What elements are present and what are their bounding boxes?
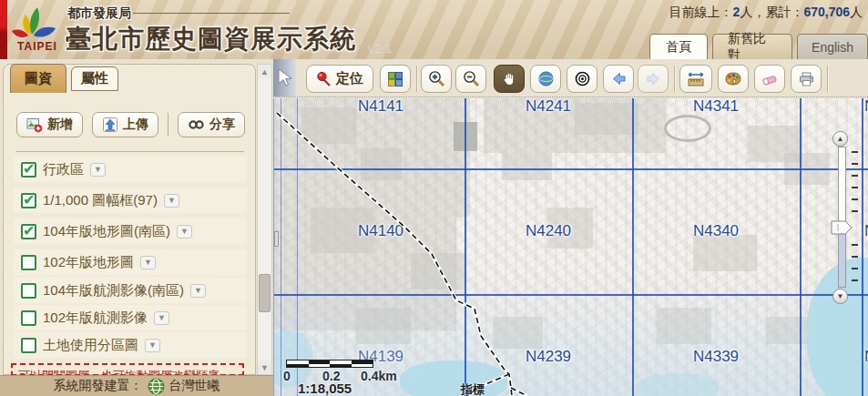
poi-label: 指標 bbox=[461, 381, 485, 396]
layer-checkbox-checked[interactable]: ✔ bbox=[21, 162, 36, 178]
layer-dropdown-button[interactable]: ▼ bbox=[140, 256, 156, 269]
zoom-slider-handle[interactable] bbox=[831, 220, 853, 239]
tile-layout-button[interactable] bbox=[380, 65, 411, 93]
layer-dropdown-button[interactable]: ▼ bbox=[154, 311, 169, 325]
taipei-logo-text: TAIPEI bbox=[10, 40, 65, 53]
zoom-in-button[interactable] bbox=[421, 65, 452, 93]
tab-compare[interactable]: 新舊比對 bbox=[712, 34, 792, 59]
layer-row: ✔ 1/1,000 圖幅框(97) ▼ bbox=[14, 188, 247, 213]
layer-hint: 可以開關圖層，也可拖動圖層改變順序 bbox=[11, 363, 244, 376]
layer-actions: 新增 上傳 分享 bbox=[16, 112, 245, 137]
agency-divider bbox=[133, 13, 290, 14]
layer-dropdown-button[interactable]: ▼ bbox=[164, 194, 179, 208]
panel-divider bbox=[16, 151, 244, 152]
zoom-slider-fill bbox=[839, 232, 845, 287]
developer-company: 台灣世曦 bbox=[169, 378, 220, 394]
scale-label-end: 0.4km bbox=[361, 369, 397, 383]
panel-collapse-grip[interactable] bbox=[274, 231, 279, 247]
slider-zoom-out-icon[interactable]: ▼ bbox=[832, 289, 848, 304]
print-button[interactable] bbox=[791, 65, 822, 93]
scale-ratio: 1:18,055 bbox=[298, 381, 352, 396]
upload-layer-button[interactable]: 上傳 bbox=[92, 112, 158, 137]
zoom-in-icon bbox=[428, 70, 445, 87]
developer-label: 系統開發建置： bbox=[54, 378, 143, 394]
pan-button[interactable] bbox=[494, 65, 525, 93]
palette-icon bbox=[724, 71, 742, 87]
full-extent-button[interactable] bbox=[530, 65, 561, 93]
layer-checkbox-unchecked[interactable] bbox=[21, 255, 36, 270]
layer-row: 104年版航測影像(南區) ▼ bbox=[14, 278, 247, 303]
measure-ruler-icon bbox=[687, 71, 705, 87]
layer-checkbox-unchecked[interactable] bbox=[21, 283, 36, 299]
upload-icon bbox=[102, 117, 118, 133]
zoom-out-button[interactable] bbox=[455, 65, 486, 93]
back-arrow-icon bbox=[610, 70, 628, 87]
zoom-slider-track[interactable] bbox=[838, 147, 846, 288]
collapse-sidebar-button[interactable] bbox=[273, 59, 296, 96]
cursor-arrow-icon bbox=[275, 67, 295, 89]
tab-home[interactable]: 首頁 bbox=[649, 34, 708, 59]
layer-row: 102年版地形圖 ▼ bbox=[14, 249, 247, 275]
erase-button[interactable] bbox=[754, 65, 785, 93]
printer-icon bbox=[798, 71, 815, 87]
toolbar-divider bbox=[674, 66, 675, 92]
forward-button[interactable] bbox=[638, 65, 669, 93]
share-link-icon bbox=[188, 117, 205, 132]
layer-checkbox-checked[interactable]: ✔ bbox=[21, 193, 36, 208]
globe-company-icon bbox=[148, 378, 165, 395]
sidebar-scrollbar[interactable]: ▲ ▼ bbox=[257, 64, 272, 375]
add-image-icon bbox=[26, 117, 43, 133]
eraser-icon bbox=[761, 71, 779, 87]
agency-name: 都市發展局 bbox=[67, 5, 131, 22]
hand-pan-icon bbox=[501, 71, 517, 87]
layer-dropdown-button[interactable]: ▼ bbox=[90, 163, 106, 177]
tab-layers[interactable]: 圖資 bbox=[10, 64, 66, 93]
map-canvas[interactable]: N4141 N4241 N4341 N4140 N4240 N4340 N413… bbox=[273, 98, 868, 396]
draw-button[interactable] bbox=[718, 65, 749, 93]
taipei-logo: TAIPEI bbox=[10, 4, 63, 56]
header-left-accent bbox=[0, 0, 7, 59]
crosshair-icon bbox=[574, 70, 591, 87]
toolbar-divider bbox=[416, 66, 417, 92]
layer-checkbox-unchecked[interactable] bbox=[21, 338, 36, 353]
scale-bar bbox=[286, 360, 373, 368]
back-button[interactable] bbox=[603, 65, 634, 93]
layer-row: ✔ 行政區 ▼ bbox=[14, 157, 247, 182]
scrollbar-down-icon[interactable]: ▼ bbox=[258, 360, 271, 374]
tab-attributes[interactable]: 屬性 bbox=[71, 66, 118, 91]
layer-row: 102年版航測影像 ▼ bbox=[14, 305, 247, 330]
layer-checkbox-checked[interactable]: ✔ bbox=[21, 224, 36, 239]
zoom-out-icon bbox=[463, 70, 480, 87]
sidebar-footer: 系統開發建置： 台灣世曦 bbox=[0, 375, 273, 396]
measure-button[interactable] bbox=[679, 65, 712, 93]
page-title: 臺北市歷史圖資展示系統 bbox=[66, 22, 356, 56]
slider-zoom-in-icon[interactable]: ▲ bbox=[832, 131, 848, 147]
sidebar: 圖資 屬性 新增 bbox=[0, 59, 273, 396]
forward-arrow-icon bbox=[645, 70, 662, 87]
layer-checkbox-unchecked[interactable] bbox=[21, 310, 36, 326]
layer-row: 土地使用分區圖 ▼ bbox=[14, 332, 247, 358]
tiles-icon bbox=[387, 71, 403, 87]
scrollbar-up-icon[interactable]: ▲ bbox=[258, 65, 271, 78]
layer-dropdown-button[interactable]: ▼ bbox=[190, 284, 206, 298]
actions-divider bbox=[168, 113, 168, 137]
header: TAIPEI 都市發展局 臺北市歷史圖資展示系統 v2.1 目前線上：2人，累計… bbox=[0, 0, 868, 59]
add-layer-button[interactable]: 新增 bbox=[16, 112, 83, 137]
center-locate-button[interactable] bbox=[567, 65, 597, 93]
share-layer-button[interactable]: 分享 bbox=[178, 112, 245, 137]
district-boundary-line bbox=[274, 98, 868, 396]
pushpin-icon bbox=[316, 71, 332, 87]
locate-button[interactable]: 定位 bbox=[306, 65, 373, 93]
layer-dropdown-button[interactable]: ▼ bbox=[145, 339, 160, 352]
scale-label-start: 0 bbox=[283, 369, 291, 383]
layer-row: ✔ 104年版地形圖(南區) ▼ bbox=[14, 218, 247, 244]
tab-english[interactable]: English bbox=[797, 34, 868, 59]
map-toolbar: 定位 bbox=[273, 59, 868, 97]
layers-panel: 圖資 屬性 新增 bbox=[3, 64, 256, 375]
app-window: TAIPEI 都市發展局 臺北市歷史圖資展示系統 v2.1 目前線上：2人，累計… bbox=[0, 0, 868, 396]
toolbar-divider bbox=[827, 66, 828, 92]
layer-dropdown-button[interactable]: ▼ bbox=[177, 225, 192, 239]
taipei-flower-icon bbox=[10, 4, 63, 40]
version-label: v2.1 bbox=[368, 40, 392, 55]
scrollbar-thumb[interactable] bbox=[259, 274, 271, 312]
